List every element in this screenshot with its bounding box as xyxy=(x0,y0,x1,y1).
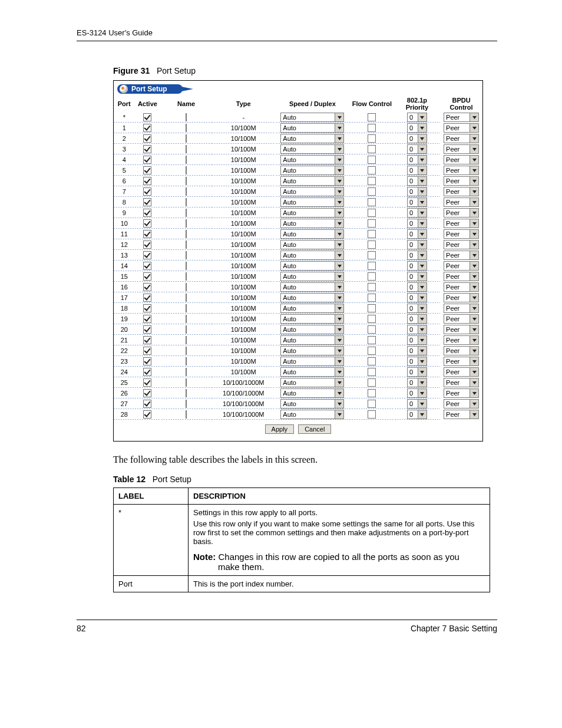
chevron-down-icon[interactable] xyxy=(335,230,343,238)
active-checkbox[interactable] xyxy=(143,357,151,365)
chevron-down-icon[interactable] xyxy=(418,304,427,312)
active-checkbox[interactable] xyxy=(143,368,151,376)
chevron-down-icon[interactable] xyxy=(470,262,478,270)
active-checkbox[interactable] xyxy=(143,187,151,196)
dropdown[interactable]: Peer xyxy=(444,197,479,207)
chevron-down-icon[interactable] xyxy=(470,251,478,259)
dropdown[interactable]: 0 xyxy=(407,134,427,143)
dropdown[interactable]: Auto xyxy=(280,272,344,281)
dropdown[interactable]: 0 xyxy=(407,378,427,387)
chevron-down-icon[interactable] xyxy=(470,156,478,164)
name-input[interactable] xyxy=(186,357,187,365)
dropdown[interactable]: 0 xyxy=(407,176,427,186)
chevron-down-icon[interactable] xyxy=(335,378,343,387)
chevron-down-icon[interactable] xyxy=(335,294,343,302)
dropdown[interactable]: 0 xyxy=(407,197,427,207)
chevron-down-icon[interactable] xyxy=(418,219,427,228)
active-checkbox[interactable] xyxy=(143,156,151,164)
name-input[interactable] xyxy=(186,251,187,259)
name-input[interactable] xyxy=(186,156,187,164)
dropdown[interactable]: Peer xyxy=(444,304,479,313)
chevron-down-icon[interactable] xyxy=(335,336,343,344)
flow-checkbox[interactable] xyxy=(368,315,376,323)
chevron-down-icon[interactable] xyxy=(335,325,343,334)
chevron-down-icon[interactable] xyxy=(335,113,343,121)
active-checkbox[interactable] xyxy=(143,166,151,174)
chevron-down-icon[interactable] xyxy=(470,325,478,334)
dropdown[interactable]: 0 xyxy=(407,410,427,419)
chevron-down-icon[interactable] xyxy=(418,368,427,376)
flow-checkbox[interactable] xyxy=(368,209,376,217)
chevron-down-icon[interactable] xyxy=(418,294,427,302)
flow-checkbox[interactable] xyxy=(368,113,376,121)
dropdown[interactable]: Auto xyxy=(280,282,344,292)
chevron-down-icon[interactable] xyxy=(335,198,343,206)
dropdown[interactable]: Peer xyxy=(444,346,479,355)
chevron-down-icon[interactable] xyxy=(335,272,343,281)
chevron-down-icon[interactable] xyxy=(418,156,427,164)
name-input[interactable] xyxy=(186,389,187,397)
dropdown[interactable]: Peer xyxy=(444,261,479,271)
chevron-down-icon[interactable] xyxy=(470,113,478,121)
name-input[interactable] xyxy=(186,368,187,376)
dropdown[interactable]: 0 xyxy=(407,272,427,281)
active-checkbox[interactable] xyxy=(143,294,151,302)
dropdown[interactable]: 0 xyxy=(407,357,427,366)
flow-checkbox[interactable] xyxy=(368,272,376,281)
dropdown[interactable]: Auto xyxy=(280,261,344,271)
chevron-down-icon[interactable] xyxy=(418,325,427,334)
flow-checkbox[interactable] xyxy=(368,156,376,164)
dropdown[interactable]: Peer xyxy=(444,378,479,387)
chevron-down-icon[interactable] xyxy=(470,134,478,143)
chevron-down-icon[interactable] xyxy=(335,410,343,419)
dropdown[interactable]: 0 xyxy=(407,293,427,302)
name-input[interactable] xyxy=(186,241,187,249)
active-checkbox[interactable] xyxy=(143,400,151,408)
name-input[interactable] xyxy=(186,347,187,355)
dropdown[interactable]: Peer xyxy=(444,410,479,419)
dropdown[interactable]: Peer xyxy=(444,399,479,409)
dropdown[interactable]: Auto xyxy=(280,388,344,398)
active-checkbox[interactable] xyxy=(143,325,151,334)
flow-checkbox[interactable] xyxy=(368,177,376,185)
active-checkbox[interactable] xyxy=(143,336,151,344)
chevron-down-icon[interactable] xyxy=(418,357,427,365)
chevron-down-icon[interactable] xyxy=(418,187,427,196)
chevron-down-icon[interactable] xyxy=(335,251,343,259)
dropdown[interactable]: Peer xyxy=(444,272,479,281)
dropdown[interactable]: 0 xyxy=(407,123,427,133)
name-input[interactable] xyxy=(186,166,187,174)
name-input[interactable] xyxy=(186,410,187,419)
dropdown[interactable]: Auto xyxy=(280,229,344,239)
active-checkbox[interactable] xyxy=(143,198,151,206)
flow-checkbox[interactable] xyxy=(368,347,376,355)
chevron-down-icon[interactable] xyxy=(418,124,427,132)
flow-checkbox[interactable] xyxy=(368,198,376,206)
chevron-down-icon[interactable] xyxy=(470,368,478,376)
name-input[interactable] xyxy=(186,336,187,344)
name-input[interactable] xyxy=(186,124,187,132)
name-input[interactable] xyxy=(186,325,187,334)
active-checkbox[interactable] xyxy=(143,219,151,228)
chevron-down-icon[interactable] xyxy=(335,124,343,132)
dropdown[interactable]: Auto xyxy=(280,346,344,355)
dropdown[interactable]: 0 xyxy=(407,155,427,164)
flow-checkbox[interactable] xyxy=(368,304,376,312)
chevron-down-icon[interactable] xyxy=(418,230,427,238)
dropdown[interactable]: 0 xyxy=(407,251,427,260)
chevron-down-icon[interactable] xyxy=(470,336,478,344)
name-input[interactable] xyxy=(186,209,187,217)
active-checkbox[interactable] xyxy=(143,410,151,419)
dropdown[interactable]: 0 xyxy=(407,325,427,334)
chevron-down-icon[interactable] xyxy=(470,145,478,153)
active-checkbox[interactable] xyxy=(143,347,151,355)
name-input[interactable] xyxy=(186,315,187,323)
cancel-button[interactable]: Cancel xyxy=(298,424,331,434)
chevron-down-icon[interactable] xyxy=(418,241,427,249)
dropdown[interactable]: Peer xyxy=(444,176,479,186)
chevron-down-icon[interactable] xyxy=(335,304,343,312)
dropdown[interactable]: Auto xyxy=(280,208,344,218)
chevron-down-icon[interactable] xyxy=(470,187,478,196)
dropdown[interactable]: 0 xyxy=(407,166,427,175)
chevron-down-icon[interactable] xyxy=(470,124,478,132)
